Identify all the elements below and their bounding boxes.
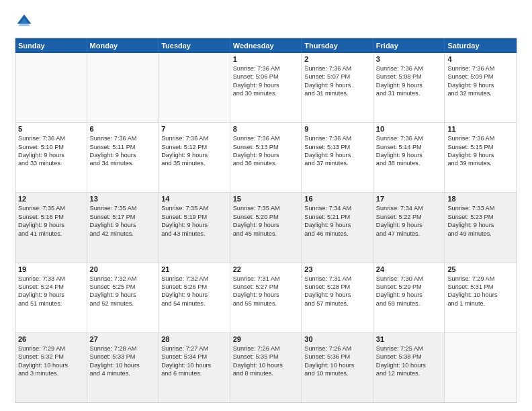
cal-header-day-6: Saturday [445, 38, 517, 53]
cell-line: Sunrise: 7:36 AM [376, 64, 442, 73]
cell-line: Daylight: 9 hours [233, 81, 299, 89]
cal-cell-w4-d5: 31Sunrise: 7:25 AMSunset: 5:38 PMDayligh… [373, 333, 445, 402]
cal-cell-w0-d3: 1Sunrise: 7:36 AMSunset: 5:06 PMDaylight… [230, 53, 302, 122]
cell-line: Daylight: 10 hours [376, 361, 442, 369]
cal-week-1: 5Sunrise: 7:36 AMSunset: 5:10 PMDaylight… [15, 123, 517, 193]
cell-line: Sunset: 5:08 PM [376, 73, 442, 81]
cell-line: Sunset: 5:29 PM [376, 283, 442, 291]
cal-header-day-2: Tuesday [159, 38, 230, 53]
cell-line: Sunset: 5:06 PM [233, 73, 299, 81]
cell-line: Daylight: 10 hours [18, 361, 84, 369]
day-number: 29 [233, 335, 299, 343]
cell-line: Sunrise: 7:36 AM [304, 64, 370, 73]
cell-line: Sunset: 5:28 PM [304, 283, 370, 291]
cell-line: Sunset: 5:20 PM [233, 213, 299, 221]
cell-line: Sunset: 5:12 PM [161, 143, 227, 151]
cell-line: and 10 minutes. [304, 369, 370, 377]
cell-line: Sunset: 5:15 PM [447, 143, 514, 151]
day-number: 10 [376, 125, 442, 133]
cell-line: Sunrise: 7:36 AM [447, 64, 514, 73]
cell-line: and 37 minutes. [304, 159, 370, 167]
cell-line: Sunrise: 7:35 AM [233, 204, 299, 212]
cell-line: Sunrise: 7:25 AM [376, 345, 442, 353]
cell-line: Sunrise: 7:31 AM [304, 275, 370, 283]
cell-line: Sunset: 5:24 PM [18, 283, 84, 291]
cal-cell-w3-d6: 25Sunrise: 7:29 AMSunset: 5:31 PMDayligh… [445, 263, 517, 332]
cell-line: and 57 minutes. [304, 300, 370, 308]
cal-cell-w3-d0: 19Sunrise: 7:33 AMSunset: 5:24 PMDayligh… [15, 263, 87, 332]
cell-line: and 42 minutes. [90, 230, 156, 238]
cell-line: and 47 minutes. [376, 230, 442, 238]
cell-line: Daylight: 9 hours [233, 221, 299, 229]
cal-cell-w1-d2: 7Sunrise: 7:36 AMSunset: 5:12 PMDaylight… [159, 123, 230, 192]
cell-line: Sunset: 5:35 PM [233, 353, 299, 361]
cell-line: Sunrise: 7:29 AM [18, 345, 84, 353]
cell-line: Sunrise: 7:32 AM [161, 275, 227, 283]
cal-week-0: 1Sunrise: 7:36 AMSunset: 5:06 PMDaylight… [15, 53, 517, 123]
cell-line: Daylight: 10 hours [447, 291, 514, 299]
page: SundayMondayTuesdayWednesdayThursdayFrid… [0, 0, 532, 411]
day-number: 11 [447, 125, 514, 133]
cell-line: and 30 minutes. [233, 89, 299, 97]
calendar-header: SundayMondayTuesdayWednesdayThursdayFrid… [15, 38, 517, 53]
cal-cell-w3-d4: 23Sunrise: 7:31 AMSunset: 5:28 PMDayligh… [302, 263, 373, 332]
cell-line: Sunrise: 7:27 AM [161, 345, 227, 353]
cell-line: Daylight: 9 hours [90, 221, 156, 229]
cell-line: Daylight: 9 hours [161, 151, 227, 159]
cell-line: Sunset: 5:25 PM [90, 283, 156, 291]
day-number: 13 [90, 195, 156, 203]
cell-line: Daylight: 9 hours [90, 151, 156, 159]
cell-line: and 45 minutes. [233, 230, 299, 238]
day-number: 15 [233, 195, 299, 203]
cell-line: Sunset: 5:09 PM [447, 73, 514, 81]
day-number: 18 [447, 195, 514, 203]
cal-cell-w3-d1: 20Sunrise: 7:32 AMSunset: 5:25 PMDayligh… [87, 263, 159, 332]
cal-cell-w3-d5: 24Sunrise: 7:30 AMSunset: 5:29 PMDayligh… [373, 263, 445, 332]
header [15, 12, 517, 31]
cell-line: Daylight: 9 hours [304, 221, 370, 229]
cell-line: Sunrise: 7:36 AM [304, 134, 370, 142]
cell-line: Sunset: 5:17 PM [90, 213, 156, 221]
cal-cell-w0-d5: 3Sunrise: 7:36 AMSunset: 5:08 PMDaylight… [373, 53, 445, 122]
day-number: 25 [447, 265, 514, 273]
cal-cell-w1-d3: 8Sunrise: 7:36 AMSunset: 5:13 PMDaylight… [230, 123, 302, 192]
cell-line: Sunrise: 7:36 AM [90, 134, 156, 142]
day-number: 5 [18, 125, 84, 133]
cell-line: Sunrise: 7:33 AM [18, 275, 84, 283]
cell-line: Sunrise: 7:34 AM [304, 204, 370, 212]
cell-line: Sunrise: 7:36 AM [18, 134, 84, 142]
cell-line: and 33 minutes. [18, 159, 84, 167]
cal-cell-w2-d1: 13Sunrise: 7:35 AMSunset: 5:17 PMDayligh… [87, 193, 159, 262]
cell-line: Sunrise: 7:35 AM [161, 204, 227, 212]
cell-line: Sunset: 5:38 PM [376, 353, 442, 361]
cal-cell-w2-d3: 15Sunrise: 7:35 AMSunset: 5:20 PMDayligh… [230, 193, 302, 262]
cell-line: Sunset: 5:36 PM [304, 353, 370, 361]
day-number: 23 [304, 265, 370, 273]
day-number: 22 [233, 265, 299, 273]
cell-line: Sunrise: 7:36 AM [233, 134, 299, 142]
cell-line: Sunset: 5:11 PM [90, 143, 156, 151]
day-number: 9 [304, 125, 370, 133]
day-number: 26 [18, 335, 84, 343]
cell-line: Sunset: 5:26 PM [161, 283, 227, 291]
cal-header-day-0: Sunday [15, 38, 87, 53]
day-number: 12 [18, 195, 84, 203]
cal-cell-w0-d2 [159, 53, 230, 122]
cell-line: and 12 minutes. [376, 369, 442, 377]
cell-line: and 32 minutes. [447, 89, 514, 97]
day-number: 8 [233, 125, 299, 133]
cell-line: Sunset: 5:31 PM [447, 283, 514, 291]
cell-line: and 59 minutes. [376, 300, 442, 308]
cell-line: and 52 minutes. [90, 300, 156, 308]
day-number: 19 [18, 265, 84, 273]
day-number: 7 [161, 125, 227, 133]
cell-line: Sunset: 5:19 PM [161, 213, 227, 221]
day-number: 31 [376, 335, 442, 343]
cell-line: Sunrise: 7:36 AM [161, 134, 227, 142]
cal-cell-w3-d2: 21Sunrise: 7:32 AMSunset: 5:26 PMDayligh… [159, 263, 230, 332]
cell-line: and 6 minutes. [161, 369, 227, 377]
cell-line: and 41 minutes. [18, 230, 84, 238]
cal-week-3: 19Sunrise: 7:33 AMSunset: 5:24 PMDayligh… [15, 263, 517, 333]
cal-cell-w1-d0: 5Sunrise: 7:36 AMSunset: 5:10 PMDaylight… [15, 123, 87, 192]
cal-cell-w1-d4: 9Sunrise: 7:36 AMSunset: 5:13 PMDaylight… [302, 123, 373, 192]
